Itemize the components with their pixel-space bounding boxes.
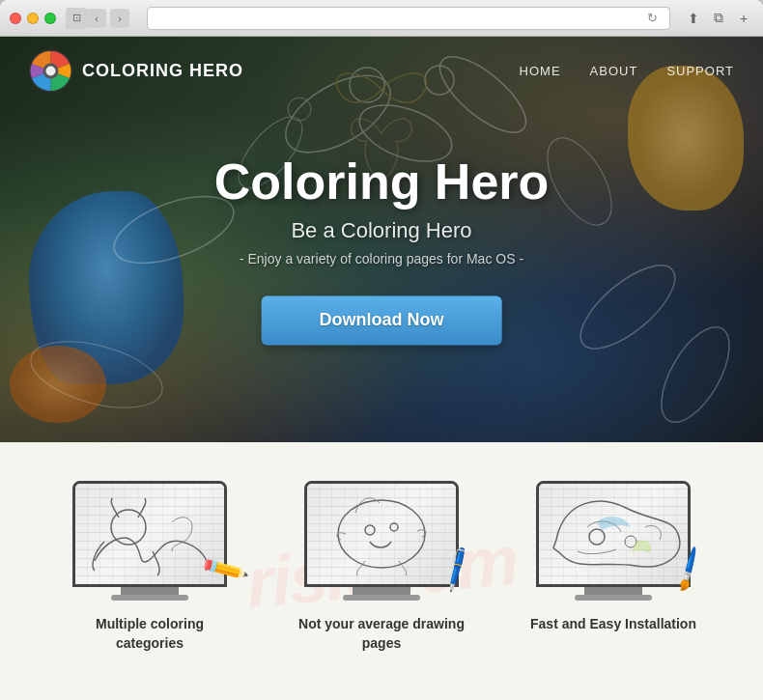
address-bar[interactable]: ↻ bbox=[147, 7, 670, 30]
monitor-3-container: 🖌️ bbox=[536, 481, 691, 601]
back-button[interactable]: ‹ bbox=[87, 9, 106, 28]
hero-subtitle: Be a Coloring Hero bbox=[214, 218, 550, 243]
svg-point-14 bbox=[46, 66, 56, 75]
hero-tagline: - Enjoy a variety of coloring pages for … bbox=[214, 251, 550, 266]
monitor-1-container: ✏️ bbox=[72, 481, 227, 601]
download-button[interactable]: Download Now bbox=[261, 295, 501, 345]
monitor-stand-2 bbox=[353, 587, 410, 595]
monitor-screen-2 bbox=[307, 484, 456, 584]
feature-title-1: Multiple coloring categories bbox=[96, 615, 204, 653]
browser-window: ⊡ ‹ › ↻ ⬆ ⧉ + bbox=[0, 0, 763, 700]
svg-point-19 bbox=[589, 529, 605, 545]
svg-point-16 bbox=[338, 500, 425, 568]
screen-image-1 bbox=[75, 484, 224, 584]
screen-image-3 bbox=[539, 484, 688, 584]
webpage-content: COLORING HERO HOME ABOUT SUPPORT Colorin… bbox=[0, 37, 763, 700]
hero-title: Coloring Hero bbox=[214, 153, 550, 210]
screen-image-2 bbox=[307, 484, 456, 584]
monitor-base-2 bbox=[343, 595, 420, 601]
feature-title-3: Fast and Easy Installation bbox=[530, 615, 696, 634]
feature-title-2: Not your average drawing pages bbox=[298, 615, 465, 653]
svg-point-17 bbox=[365, 525, 375, 535]
logo-icon bbox=[29, 49, 72, 93]
svg-point-6 bbox=[568, 251, 688, 362]
hero-section: COLORING HERO HOME ABOUT SUPPORT Colorin… bbox=[0, 37, 763, 442]
nav-buttons: ‹ › bbox=[87, 9, 129, 28]
tab-overview-button[interactable]: ⊡ bbox=[66, 8, 87, 29]
monitor-screen-3 bbox=[539, 484, 688, 584]
monitor-stand-1 bbox=[121, 587, 179, 595]
nav-home[interactable]: HOME bbox=[520, 64, 561, 78]
navbar: COLORING HERO HOME ABOUT SUPPORT bbox=[0, 37, 763, 104]
logo-text: COLORING HERO bbox=[82, 61, 243, 81]
hero-content: Coloring Hero Be a Coloring Hero - Enjoy… bbox=[214, 153, 550, 345]
svg-point-8 bbox=[648, 317, 743, 433]
logo: COLORING HERO bbox=[29, 49, 243, 93]
svg-point-15 bbox=[111, 510, 146, 545]
monitor-2-container: 🖊️ bbox=[304, 481, 459, 601]
maximize-button[interactable] bbox=[44, 13, 56, 24]
features-grid: ✏️ Multiple coloring categories bbox=[43, 481, 720, 653]
monitor-base-3 bbox=[575, 595, 652, 601]
traffic-lights bbox=[10, 13, 56, 24]
close-button[interactable] bbox=[10, 13, 21, 24]
minimize-button[interactable] bbox=[27, 13, 39, 24]
browser-titlebar: ⊡ ‹ › ↻ ⬆ ⧉ + bbox=[0, 0, 763, 37]
share-button[interactable]: ⬆ bbox=[684, 9, 703, 28]
nav-about[interactable]: ABOUT bbox=[590, 64, 638, 78]
reload-button[interactable]: ↻ bbox=[642, 9, 662, 28]
monitor-base-1 bbox=[111, 595, 188, 601]
monitor-screen-1 bbox=[75, 484, 224, 584]
nav-support[interactable]: SUPPORT bbox=[666, 64, 734, 78]
tabs-button[interactable]: ⧉ bbox=[709, 9, 728, 28]
svg-point-18 bbox=[390, 523, 398, 531]
svg-point-7 bbox=[24, 329, 170, 420]
new-tab-button[interactable]: + bbox=[734, 9, 753, 28]
features-section: risk.com bbox=[0, 442, 763, 700]
feature-installation: 🖌️ Fast and Easy Installation bbox=[526, 481, 700, 653]
nav-links: HOME ABOUT SUPPORT bbox=[520, 64, 734, 78]
feature-categories: ✏️ Multiple coloring categories bbox=[63, 481, 237, 653]
toolbar-actions: ⬆ ⧉ + bbox=[684, 9, 753, 28]
feature-drawing: 🖊️ Not your average drawing pages bbox=[295, 481, 468, 653]
monitor-stand-3 bbox=[584, 587, 642, 595]
forward-button[interactable]: › bbox=[110, 9, 129, 28]
